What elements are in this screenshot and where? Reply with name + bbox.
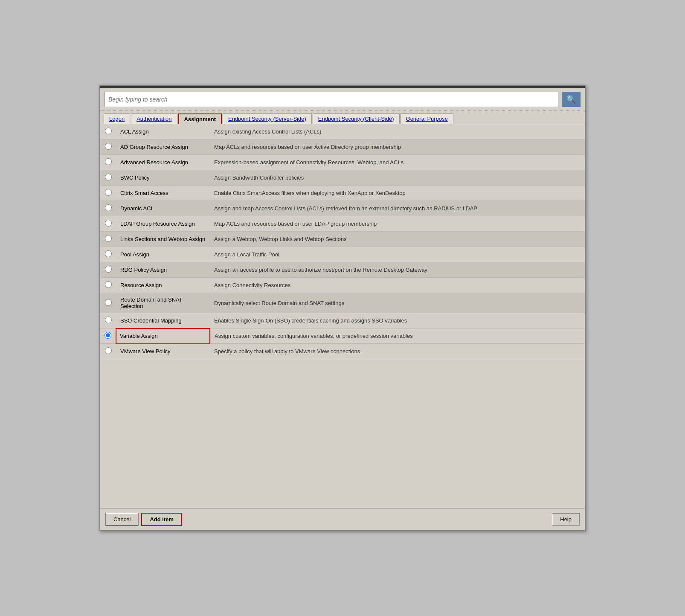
item-name: Variable Assign	[116, 328, 210, 344]
table-row: SSO Credential MappingEnables Single Sig…	[100, 313, 585, 328]
item-name: BWC Policy	[116, 170, 210, 186]
item-description: Enables Single Sign-On (SSO) credentials…	[210, 313, 585, 328]
table-row: BWC PolicyAssign Bandwidth Controller po…	[100, 170, 585, 186]
table-row: Route Domain and SNAT SelectionDynamical…	[100, 293, 585, 313]
tab-assignment[interactable]: Assignment	[178, 113, 222, 124]
radio-cell	[100, 155, 116, 170]
item-radio-3[interactable]	[105, 174, 112, 180]
item-description: Map ACLs and resources based on user Act…	[210, 139, 585, 155]
item-name: AD Group Resource Assign	[116, 139, 210, 155]
radio-cell	[100, 201, 116, 216]
item-name: VMware View Policy	[116, 344, 210, 359]
item-list: ACL AssignAssign existing Access Control…	[100, 124, 585, 359]
tab-endpoint-server[interactable]: Endpoint Security (Server-Side)	[223, 113, 312, 124]
radio-cell	[100, 293, 116, 313]
radio-cell	[100, 232, 116, 247]
item-name: Links Sections and Webtop Assign	[116, 232, 210, 247]
item-radio-5[interactable]	[105, 204, 112, 211]
table-row: AD Group Resource AssignMap ACLs and res…	[100, 139, 585, 155]
item-radio-6[interactable]	[105, 220, 112, 227]
radio-cell	[100, 262, 116, 278]
item-name: LDAP Group Resource Assign	[116, 216, 210, 232]
item-description: Specify a policy that will apply to VMwa…	[210, 344, 585, 359]
item-name: Pool Assign	[116, 247, 210, 262]
item-radio-7[interactable]	[105, 235, 112, 242]
radio-cell	[100, 186, 116, 201]
item-radio-4[interactable]	[105, 189, 112, 196]
search-button[interactable]: 🔍	[562, 92, 581, 107]
item-name: ACL Assign	[116, 124, 210, 139]
table-row: Resource AssignAssign Connectivity Resou…	[100, 278, 585, 293]
table-row: Dynamic ACLAssign and map Access Control…	[100, 201, 585, 216]
item-radio-8[interactable]	[105, 250, 112, 257]
item-name: Advanced Resource Assign	[116, 155, 210, 170]
table-row: LDAP Group Resource AssignMap ACLs and r…	[100, 216, 585, 232]
item-description: Enable Citrix SmartAccess filters when d…	[210, 186, 585, 201]
search-bar: 🔍	[100, 88, 585, 111]
item-description: Assign custom variables, configuration v…	[210, 328, 585, 344]
table-row: ACL AssignAssign existing Access Control…	[100, 124, 585, 139]
dialog: 🔍 LogonAuthenticationAssignmentEndpoint …	[99, 85, 586, 531]
item-radio-9[interactable]	[105, 266, 112, 273]
table-row: Variable AssignAssign custom variables, …	[100, 328, 585, 344]
footer: Cancel Add Item Help	[100, 508, 585, 530]
item-radio-10[interactable]	[105, 281, 112, 288]
table-row: Pool AssignAssign a Local Traffic Pool	[100, 247, 585, 262]
tabs-area: LogonAuthenticationAssignmentEndpoint Se…	[100, 111, 585, 124]
search-input[interactable]	[104, 92, 558, 107]
table-row: Citrix Smart AccessEnable Citrix SmartAc…	[100, 186, 585, 201]
search-icon: 🔍	[566, 95, 576, 104]
help-button[interactable]: Help	[552, 513, 580, 526]
tab-endpoint-client[interactable]: Endpoint Security (Client-Side)	[313, 113, 400, 124]
table-row: RDG Policy AssignAssign an access profil…	[100, 262, 585, 278]
table-row: Advanced Resource AssignExpression-based…	[100, 155, 585, 170]
item-description: Assign existing Access Control Lists (AC…	[210, 124, 585, 139]
item-name: Citrix Smart Access	[116, 186, 210, 201]
item-radio-11[interactable]	[105, 299, 112, 306]
item-description: Map ACLs and resources based on user LDA…	[210, 216, 585, 232]
item-description: Assign a Webtop, Webtop Links and Webtop…	[210, 232, 585, 247]
add-item-button[interactable]: Add Item	[141, 513, 182, 526]
item-radio-2[interactable]	[105, 158, 112, 165]
radio-cell	[100, 170, 116, 186]
item-name: Dynamic ACL	[116, 201, 210, 216]
item-description: Assign an access profile to use to autho…	[210, 262, 585, 278]
tab-authentication[interactable]: Authentication	[131, 113, 177, 124]
item-radio-0[interactable]	[105, 128, 112, 134]
item-description: Assign Connectivity Resources	[210, 278, 585, 293]
tab-general[interactable]: General Purpose	[401, 113, 453, 124]
item-name: RDG Policy Assign	[116, 262, 210, 278]
table-row: VMware View PolicySpecify a policy that …	[100, 344, 585, 359]
item-radio-14[interactable]	[105, 347, 112, 354]
radio-cell	[100, 278, 116, 293]
radio-cell	[100, 344, 116, 359]
item-name: SSO Credential Mapping	[116, 313, 210, 328]
item-description: Expression-based assignment of Connectiv…	[210, 155, 585, 170]
item-description: Assign Bandwidth Controller policies	[210, 170, 585, 186]
radio-cell	[100, 139, 116, 155]
cancel-button[interactable]: Cancel	[105, 513, 139, 526]
footer-left: Cancel Add Item	[105, 513, 182, 526]
item-description: Dynamically select Route Domain and SNAT…	[210, 293, 585, 313]
radio-cell	[100, 124, 116, 139]
content-area: ACL AssignAssign existing Access Control…	[100, 124, 585, 508]
item-radio-1[interactable]	[105, 143, 112, 150]
radio-cell	[100, 328, 116, 344]
radio-cell	[100, 216, 116, 232]
item-name: Route Domain and SNAT Selection	[116, 293, 210, 313]
radio-cell	[100, 313, 116, 328]
table-row: Links Sections and Webtop AssignAssign a…	[100, 232, 585, 247]
item-radio-13[interactable]	[104, 332, 111, 339]
item-radio-12[interactable]	[105, 317, 112, 323]
item-name: Resource Assign	[116, 278, 210, 293]
item-description: Assign and map Access Control Lists (ACL…	[210, 201, 585, 216]
tab-logon[interactable]: Logon	[104, 113, 130, 124]
radio-cell	[100, 247, 116, 262]
item-description: Assign a Local Traffic Pool	[210, 247, 585, 262]
